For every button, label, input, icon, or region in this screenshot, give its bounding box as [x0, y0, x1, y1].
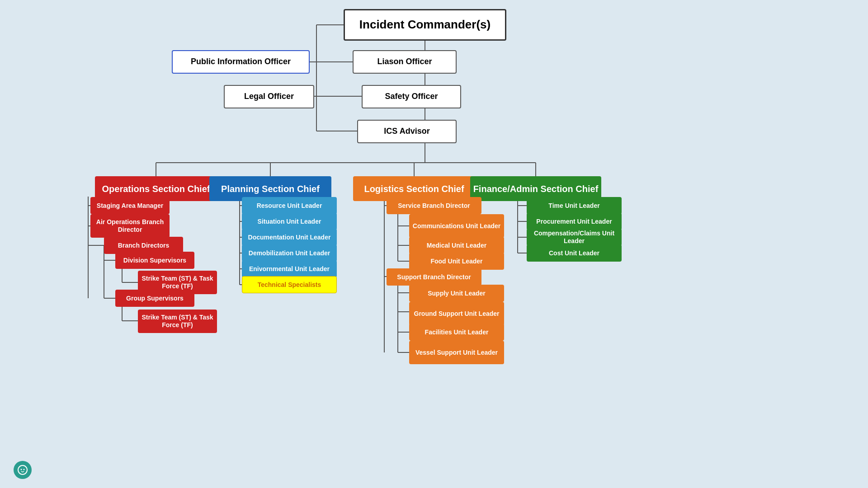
log-label: Logistics Section Chief	[364, 183, 464, 194]
bot-svg	[17, 465, 28, 475]
strike2-label: Strike Team (ST) & Task Force (TF)	[138, 314, 217, 329]
comms-label: Communications Unit Leader	[413, 222, 500, 230]
time-box: Time Unit Leader	[527, 197, 622, 214]
situation-label: Situation Unit Leader	[258, 218, 321, 225]
documentation-label: Documentation Unit Leader	[248, 234, 331, 241]
group-sup-label: Group Supervisors	[126, 295, 184, 302]
pio-box: Public Information Officer	[172, 50, 310, 74]
time-label: Time Unit Leader	[548, 202, 599, 210]
ics-label: ICS Advisor	[384, 127, 429, 136]
support-branch-box: Support Branch Director	[387, 268, 481, 286]
liaison-box: Liason Officer	[353, 50, 457, 74]
vessel-box: Vessel Support Unit Leader	[409, 341, 504, 364]
food-label: Food Unit Leader	[430, 258, 482, 265]
vessel-label: Vessel Support Unit Leader	[415, 349, 498, 357]
legal-box: Legal Officer	[224, 85, 314, 108]
comms-box: Communications Unit Leader	[409, 214, 504, 238]
liaison-label: Liason Officer	[377, 57, 432, 67]
support-branch-label: Support Branch Director	[397, 273, 471, 281]
cost-box: Cost Unit Leader	[527, 244, 622, 262]
service-branch-label: Service Branch Director	[398, 202, 470, 210]
svg-point-49	[18, 465, 27, 474]
supply-box: Supply Unit Leader	[409, 285, 504, 302]
medical-box: Medical Unit Leader	[409, 237, 504, 254]
facilities-box: Facilities Unit Leader	[409, 324, 504, 341]
medical-label: Medical Unit Leader	[427, 242, 486, 249]
ics-box: ICS Advisor	[357, 120, 457, 143]
ground-label: Ground Support Unit Leader	[414, 310, 500, 318]
ground-box: Ground Support Unit Leader	[409, 302, 504, 325]
svg-point-51	[24, 469, 25, 470]
division-sup-label: Division Supervisors	[123, 257, 186, 264]
compensation-label: Compensation/Claims Unit Leader	[527, 230, 622, 245]
documentation-box: Documentation Unit Leader	[242, 229, 337, 246]
staging-label: Staging Area Manager	[97, 202, 163, 210]
environment-box: Enivornmental Unit Leader	[242, 260, 337, 277]
air-ops-box: Air Operations Branch Director	[90, 214, 170, 238]
tech-spec-label: Technical Specialists	[258, 281, 321, 289]
commander-box: Incident Commander(s)	[344, 9, 506, 41]
bot-icon[interactable]	[14, 461, 32, 479]
air-ops-label: Air Operations Branch Director	[90, 218, 170, 234]
facilities-label: Facilities Unit Leader	[425, 328, 489, 336]
supply-label: Supply Unit Leader	[428, 290, 486, 297]
procurement-box: Procurement Unit Leader	[527, 213, 622, 230]
legal-label: Legal Officer	[244, 92, 294, 102]
safety-label: Safety Officer	[385, 92, 438, 102]
group-sup-box: Group Supervisors	[115, 290, 194, 307]
chart-container: Incident Commander(s) Public Information…	[0, 0, 868, 488]
tech-spec-box: Technical Specialists	[242, 276, 337, 293]
svg-point-50	[21, 469, 22, 470]
compensation-box: Compensation/Claims Unit Leader	[527, 229, 622, 246]
food-box: Food Unit Leader	[409, 253, 504, 270]
commander-label: Incident Commander(s)	[359, 18, 491, 32]
plan-label: Planning Section Chief	[221, 183, 320, 194]
fin-label: Finance/Admin Section Chief	[473, 183, 599, 194]
demob-box: Demobilization Unit Leader	[242, 244, 337, 262]
branch-dir-label: Branch Directors	[118, 242, 170, 249]
procurement-label: Procurement Unit Leader	[536, 218, 612, 225]
environment-label: Enivornmental Unit Leader	[249, 265, 330, 273]
safety-box: Safety Officer	[362, 85, 461, 108]
service-branch-box: Service Branch Director	[387, 197, 481, 214]
resource-label: Resource Unit Leader	[257, 202, 322, 210]
resource-box: Resource Unit Leader	[242, 197, 337, 214]
demob-label: Demobilization Unit Leader	[249, 249, 330, 257]
staging-box: Staging Area Manager	[90, 197, 170, 214]
division-sup-box: Division Supervisors	[115, 252, 194, 269]
strike2-box: Strike Team (ST) & Task Force (TF)	[138, 310, 217, 333]
strike1-label: Strike Team (ST) & Task Force (TF)	[138, 275, 217, 290]
pio-label: Public Information Officer	[191, 57, 291, 67]
situation-box: Situation Unit Leader	[242, 213, 337, 230]
ops-label: Operations Section Chief	[102, 183, 210, 194]
cost-label: Cost Unit Leader	[549, 249, 599, 257]
